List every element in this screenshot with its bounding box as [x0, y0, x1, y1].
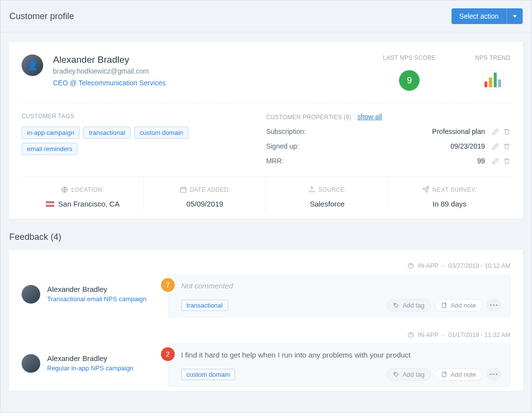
- feedback-score-badge: 7: [161, 278, 175, 292]
- property-row: MRR: 99: [266, 157, 510, 165]
- avatar: [22, 285, 40, 304]
- svg-point-6: [493, 304, 494, 306]
- avatar: [22, 354, 40, 373]
- nps-trend-label: NPS TREND: [475, 54, 510, 61]
- feedback-section-title: Feedback (4): [9, 232, 523, 242]
- add-tag-button[interactable]: Add tag: [387, 368, 431, 381]
- trend-bar: [498, 79, 501, 87]
- add-tag-button[interactable]: Add tag: [387, 299, 431, 311]
- location-value: San Francisco, CA: [58, 200, 120, 208]
- customer-tag[interactable]: transactional: [83, 127, 131, 139]
- note-icon: [441, 371, 448, 378]
- select-action-dropdown[interactable]: Select action: [452, 8, 523, 24]
- select-action-caret[interactable]: [506, 8, 523, 24]
- trend-bar: [489, 77, 492, 87]
- edit-icon[interactable]: [492, 157, 499, 165]
- page-title: Customer profile: [9, 11, 74, 22]
- customer-email: bradley.hodkiewicz@gmail.com: [53, 67, 165, 75]
- property-name: Signed up:: [266, 142, 451, 150]
- next-survey-value: In 89 days: [389, 200, 510, 208]
- feedback-tag[interactable]: custom domain: [181, 369, 235, 380]
- delete-icon[interactable]: [503, 128, 510, 135]
- feedback-author: Alexander Bradley: [47, 354, 133, 362]
- globe-icon: [61, 186, 68, 193]
- customer-role-link[interactable]: CEO @ Telecommunication Services: [53, 79, 165, 87]
- svg-point-11: [490, 373, 491, 375]
- feedback-meta: IN-APP - 01/17/2019 - 11:32 AM: [22, 332, 510, 338]
- feedback-channel: IN-APP: [418, 332, 439, 338]
- svg-rect-10: [442, 372, 446, 377]
- delete-icon[interactable]: [503, 143, 510, 150]
- trend-bar: [494, 73, 497, 87]
- location-label: LOCATION:: [71, 186, 104, 193]
- help-icon: [407, 262, 414, 269]
- feedback-campaign-link[interactable]: Regular in-app NPS campaign: [47, 364, 133, 372]
- date-added-label: DATE ADDED:: [190, 186, 230, 193]
- customer-tag[interactable]: email reminders: [22, 143, 78, 155]
- upload-icon: [308, 186, 316, 193]
- svg-point-5: [490, 304, 491, 306]
- feedback-timestamp: 01/17/2019 - 11:32 AM: [449, 332, 510, 338]
- avatar: 👤: [22, 54, 43, 76]
- select-action-button[interactable]: Select action: [452, 8, 506, 24]
- more-actions-button[interactable]: [486, 299, 501, 311]
- nps-score-badge: 9: [399, 70, 420, 91]
- feedback-channel: IN-APP: [418, 262, 439, 269]
- source-value: Salesforce: [266, 200, 388, 208]
- more-actions-button[interactable]: [486, 368, 501, 381]
- svg-rect-4: [442, 303, 446, 308]
- info-location: LOCATION: San Francisco, CA: [22, 177, 144, 213]
- tag-icon: [393, 371, 399, 378]
- property-value: Professional plan: [432, 128, 485, 135]
- profile-card: 👤 Alexander Bradley bradley.hodkiewicz@g…: [8, 41, 524, 219]
- dots-icon: [490, 373, 498, 375]
- send-icon: [422, 186, 429, 193]
- svg-rect-1: [181, 187, 186, 192]
- svg-point-12: [493, 373, 494, 375]
- note-icon: [441, 302, 448, 309]
- chevron-down-icon: [513, 15, 517, 18]
- date-added-value: 05/09/2019: [144, 200, 266, 208]
- property-row: Signed up: 09/23/2019: [266, 142, 510, 150]
- svg-point-7: [496, 304, 497, 306]
- source-label: SOURCE:: [319, 186, 346, 193]
- next-survey-label: NEXT SURVEY:: [432, 186, 477, 193]
- feedback-comment: Not commented: [181, 282, 501, 290]
- dots-icon: [490, 304, 498, 306]
- add-note-button[interactable]: Add note: [435, 299, 482, 311]
- property-name: MRR:: [266, 157, 477, 165]
- show-all-link[interactable]: show all: [357, 113, 382, 121]
- tag-icon: [393, 302, 399, 309]
- feedback-comment: I find it hard to get help when I run in…: [181, 351, 501, 359]
- svg-point-3: [395, 304, 396, 305]
- property-value: 99: [477, 157, 485, 165]
- feedback-timestamp: 03/27/2019 - 10:12 AM: [449, 262, 510, 269]
- feedback-card: IN-APP - 03/27/2019 - 10:12 AM Alexander…: [8, 249, 524, 391]
- flag-icon: [46, 201, 54, 207]
- feedback-meta: IN-APP - 03/27/2019 - 10:12 AM: [22, 262, 510, 269]
- feedback-tag[interactable]: transactional: [181, 300, 228, 311]
- customer-tag[interactable]: custom domain: [134, 127, 188, 139]
- property-value: 09/23/2019: [451, 142, 485, 150]
- nps-score-label: LAST NPS SCORE: [383, 54, 436, 61]
- svg-point-13: [496, 373, 497, 375]
- calendar-icon: [180, 186, 187, 193]
- info-next-survey: NEXT SURVEY: In 89 days: [389, 177, 510, 213]
- property-row: Subscription: Professional plan: [266, 128, 510, 135]
- customer-name: Alexander Bradley: [53, 54, 165, 65]
- feedback-score-badge: 2: [161, 347, 175, 361]
- info-source: SOURCE: Salesforce: [266, 177, 389, 213]
- feedback-author: Alexander Bradley: [47, 285, 147, 293]
- customer-tag[interactable]: in-app campaign: [22, 127, 80, 139]
- feedback-campaign-link[interactable]: Transactional email NPS campaign: [47, 295, 147, 303]
- add-note-button[interactable]: Add note: [435, 368, 482, 381]
- property-name: Subscription:: [266, 128, 432, 135]
- info-date-added: DATE ADDED: 05/09/2019: [144, 177, 266, 213]
- customer-properties-label: CUSTOMER PROPERTIES (8): [266, 114, 351, 121]
- nps-trend-chart[interactable]: [482, 70, 504, 90]
- trend-bar: [484, 81, 487, 87]
- edit-icon[interactable]: [492, 128, 499, 135]
- delete-icon[interactable]: [503, 157, 510, 165]
- edit-icon[interactable]: [492, 143, 499, 150]
- customer-tags-label: CUSTOMER TAGS: [22, 113, 246, 120]
